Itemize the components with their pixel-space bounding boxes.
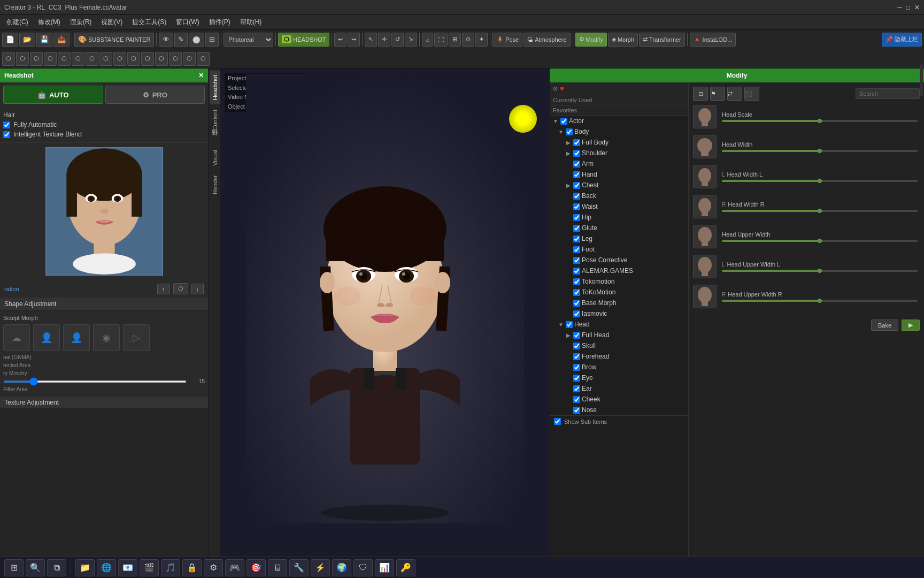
- render-mode-btn[interactable]: 👁: [159, 33, 173, 47]
- tb2-btn-4[interactable]: ⬡: [44, 52, 57, 66]
- tree-arm[interactable]: ▶ Arm: [550, 158, 688, 169]
- main-slider[interactable]: [3, 381, 187, 383]
- tb2-btn-11[interactable]: ⬡: [141, 52, 154, 66]
- modify-btn[interactable]: ⚙ Modify: [575, 33, 607, 47]
- tb2-btn-1[interactable]: ⬡: [2, 52, 15, 66]
- side-tab-render[interactable]: Render: [210, 171, 220, 199]
- tree-glute[interactable]: ▶ Glute: [550, 223, 688, 233]
- pin-btn[interactable]: 📌 隐藏上栏: [882, 33, 922, 47]
- taskbar-game[interactable]: 🎮: [225, 559, 244, 576]
- tb2-btn-5[interactable]: ⬡: [58, 52, 71, 66]
- expand-chest[interactable]: ▶: [565, 182, 572, 188]
- light-btn[interactable]: ✦: [475, 33, 488, 47]
- taskbar-settings[interactable]: ⚙: [204, 559, 223, 576]
- modify-tool-3[interactable]: ⇄: [727, 87, 742, 101]
- taskbar-tool[interactable]: 🔧: [289, 559, 309, 576]
- tree-actor[interactable]: ▼ Actor: [550, 116, 688, 126]
- tree-forehead[interactable]: ▶ Forehead: [550, 351, 688, 362]
- home-btn[interactable]: ⌂: [422, 33, 433, 47]
- open-btn[interactable]: 📂: [19, 33, 35, 47]
- tb2-btn-14[interactable]: ⬡: [183, 52, 196, 66]
- export-btn[interactable]: 📤: [53, 33, 70, 47]
- modify-search[interactable]: [856, 88, 920, 99]
- close-panel-icon[interactable]: ✕: [198, 72, 204, 79]
- select-btn[interactable]: ↖: [365, 33, 377, 47]
- minimize-btn[interactable]: ─: [897, 4, 902, 11]
- morph-icon-3[interactable]: 👤: [63, 324, 90, 351]
- transformer-btn[interactable]: ⇄ Transformer: [639, 33, 685, 47]
- tree-tokomotion[interactable]: ▶ Tokomotion: [550, 276, 688, 287]
- move-btn[interactable]: ✛: [378, 33, 390, 47]
- close-btn[interactable]: ✕: [914, 4, 920, 11]
- tree-back[interactable]: ▶ Back: [550, 191, 688, 201]
- tree-ear[interactable]: ▶ Ear: [550, 383, 688, 394]
- tree-hip[interactable]: ▶ Hip: [550, 212, 688, 223]
- morph-icon-1[interactable]: ☁: [3, 324, 30, 351]
- taskbar-explorer[interactable]: 📁: [75, 559, 95, 576]
- search-btn[interactable]: 🔍: [26, 559, 45, 576]
- tree-chest[interactable]: ▶ Chest: [550, 180, 688, 191]
- currently-used-icon[interactable]: ⊙: [553, 85, 558, 92]
- render-quality-select[interactable]: Photoreal Draft Performance: [224, 33, 273, 47]
- menu-create[interactable]: 创建(C): [2, 17, 33, 28]
- fullscreen-btn[interactable]: ⛶: [434, 33, 448, 47]
- taskbar-app1[interactable]: 🎯: [247, 559, 266, 576]
- tb2-btn-7[interactable]: ⬡: [86, 52, 98, 66]
- save-btn[interactable]: 💾: [36, 33, 52, 47]
- modify-tool-2[interactable]: ⚑: [710, 87, 725, 101]
- menu-window[interactable]: 窗口(W): [172, 17, 203, 28]
- taskbar-shield[interactable]: 🛡: [353, 559, 373, 576]
- tree-iasmovic[interactable]: ▶ Iasmovic: [550, 308, 688, 319]
- morph-icon-5[interactable]: ▷: [123, 324, 150, 351]
- taskbar-power[interactable]: ⚡: [311, 559, 330, 576]
- align-btn[interactable]: ⊞: [205, 33, 219, 47]
- expand-body[interactable]: ▼: [557, 129, 565, 135]
- side-tab-headshot[interactable]: Headshot: [210, 71, 220, 104]
- tb2-btn-8[interactable]: ⬡: [99, 52, 112, 66]
- upload-btn[interactable]: ↑: [157, 284, 170, 294]
- expand-head[interactable]: ▼: [557, 322, 565, 328]
- modify-tool-4[interactable]: ⬛: [744, 87, 759, 101]
- atmosphere-btn[interactable]: 🌤 Atmosphere: [523, 33, 570, 47]
- menu-view[interactable]: 视图(V): [97, 17, 127, 28]
- viewport[interactable]: Project Triangl: Selected Triangle : 500…: [220, 69, 550, 557]
- rotate-btn[interactable]: ↺: [391, 33, 404, 47]
- expand-full-body[interactable]: ▶: [565, 140, 572, 146]
- tb2-btn-3[interactable]: ⬡: [30, 52, 43, 66]
- ration-link[interactable]: ration: [4, 286, 19, 292]
- taskbar-video[interactable]: 🎬: [140, 559, 159, 576]
- new-btn[interactable]: 📄: [2, 33, 18, 47]
- mask-btn[interactable]: ⬤: [189, 33, 204, 47]
- grid-btn[interactable]: ⊞: [449, 33, 461, 47]
- camera-btn[interactable]: ⊙: [462, 33, 474, 47]
- auto-tab[interactable]: 🤖 AUTO: [3, 86, 103, 104]
- taskbar-music[interactable]: 🎵: [161, 559, 180, 576]
- tb2-btn-13[interactable]: ⬡: [169, 52, 182, 66]
- tree-full-head[interactable]: ▶ Full Head: [550, 330, 688, 340]
- tb2-btn-10[interactable]: ⬡: [127, 52, 140, 66]
- menu-modify[interactable]: 修改(M): [34, 17, 65, 28]
- tb2-btn-15[interactable]: ⬡: [197, 52, 210, 66]
- tb2-btn-9[interactable]: ⬡: [113, 52, 126, 66]
- taskbar-lock[interactable]: 🔒: [182, 559, 202, 576]
- pose-btn[interactable]: 🧍 Pose: [492, 33, 522, 47]
- tb2-btn-12[interactable]: ⬡: [155, 52, 168, 66]
- expand-full-head[interactable]: ▶: [565, 332, 572, 338]
- tree-cheek[interactable]: ▶ Cheek: [550, 394, 688, 405]
- redo-btn[interactable]: ↪: [348, 33, 360, 47]
- tree-foot[interactable]: ▶ Foot: [550, 244, 688, 255]
- texture-blend-checkbox[interactable]: [3, 131, 10, 138]
- tree-head[interactable]: ▼ Head: [550, 319, 688, 330]
- menu-render[interactable]: 渲染(R): [66, 17, 96, 28]
- instalod-btn[interactable]: 🔺 InstaLOD...: [690, 33, 736, 47]
- tree-skull[interactable]: ▶ Skull: [550, 340, 688, 351]
- tree-brow[interactable]: ▶ Brow: [550, 362, 688, 372]
- edit-btn[interactable]: ✎: [174, 33, 188, 47]
- fully-auto-checkbox[interactable]: [3, 121, 10, 128]
- scale-btn[interactable]: ⇲: [405, 33, 417, 47]
- tree-tokomotion2[interactable]: ▶ ToKoMotion: [550, 287, 688, 298]
- taskbar-edge[interactable]: 🌐: [97, 559, 116, 576]
- tree-hand[interactable]: ▶ Hand: [550, 169, 688, 180]
- tree-shoulder[interactable]: ▶ Shoulder: [550, 148, 688, 158]
- task-view-btn[interactable]: ⧉: [47, 559, 66, 576]
